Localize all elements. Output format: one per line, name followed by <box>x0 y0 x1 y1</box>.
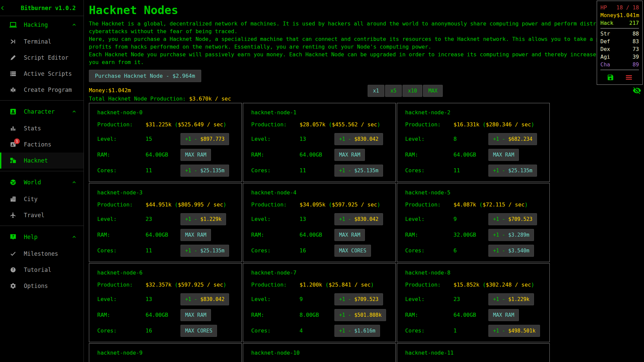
sidebar-header: Bitburner v1.0.2 <box>0 0 84 16</box>
cores-label: Cores: <box>97 167 146 174</box>
sidebar-item-travel[interactable]: Travel <box>0 207 84 223</box>
upgrade-cores-button[interactable]: +1 - $25.135m <box>180 165 229 177</box>
upgrade-level-button[interactable]: +1 - $830.042 <box>334 213 383 225</box>
production-value: $32.357k ($597.925 / sec) <box>146 282 226 288</box>
multiplier-x5-button[interactable]: x5 <box>385 85 402 97</box>
hp-row: HP18 / 18 <box>600 4 639 11</box>
upgrade-ram-button[interactable]: MAX RAM <box>180 229 211 241</box>
overlay-menu-button[interactable] <box>625 75 633 80</box>
sidebar-section-hacking[interactable]: Hacking <box>0 16 84 34</box>
sidebar-item-stats[interactable]: Stats <box>0 120 84 136</box>
ram-value: 64.00GB <box>300 152 334 158</box>
purchase-hacknet-node-button[interactable]: Purchase Hacknet Node - $2.964m <box>89 70 201 82</box>
sidebar-item-label: Factions <box>24 141 51 148</box>
cha-row: Cha89 <box>600 61 639 68</box>
node-production-row: Production: $99.899 ($1.505 / sec) <box>251 358 391 362</box>
node-cores-row: Cores: 11 +1 - $25.135m <box>405 163 545 178</box>
sidebar-item-script-editor[interactable]: Script Editor <box>0 50 84 66</box>
upgrade-ram-button[interactable]: MAX RAM <box>488 309 519 321</box>
def-row: Def83 <box>600 38 639 45</box>
sidebar-item-milestones[interactable]: Milestones <box>0 246 84 262</box>
overlay-divider <box>600 70 639 70</box>
level-label: Level: <box>405 216 453 222</box>
sidebar-item-create-program[interactable]: Create Program <box>0 82 84 98</box>
multiplier-max-button[interactable]: MAX <box>423 85 443 97</box>
collapse-sidebar-button[interactable] <box>0 5 21 11</box>
upgrade-ram-button[interactable]: MAX RAM <box>334 149 365 161</box>
sidebar-section-character[interactable]: Character <box>0 103 84 120</box>
cores-label: Cores: <box>97 247 146 254</box>
upgrade-ram-button[interactable]: +1 - $3.289m <box>488 229 534 241</box>
agi-row: Agi39 <box>600 53 639 61</box>
upgrade-cores-button[interactable]: +1 - $25.135m <box>180 245 229 257</box>
sidebar-item-terminal[interactable]: Terminal <box>0 34 84 50</box>
chevron-up-icon <box>71 180 77 185</box>
ram-label: RAM: <box>97 312 146 318</box>
upgrade-ram-button[interactable]: MAX RAM <box>180 309 211 321</box>
upgrade-cores-button[interactable]: +1 - $3.540m <box>488 245 534 257</box>
production-label: Production: <box>405 282 453 288</box>
upgrade-cores-button[interactable]: +1 - $25.135m <box>488 165 537 177</box>
sidebar-item-options[interactable]: Options <box>0 278 84 294</box>
hp-value: 18 / 18 <box>616 4 639 11</box>
toggle-overlay-visibility-button[interactable] <box>633 86 641 95</box>
sidebar-section-label: Character <box>24 108 55 115</box>
node-production-row: Production: $28.057k ($455.562 / sec) <box>251 118 391 131</box>
save-game-button[interactable] <box>607 74 614 81</box>
cores-label: Cores: <box>97 327 146 334</box>
sidebar-section-world[interactable]: World <box>0 174 84 191</box>
sidebar-item-hacknet[interactable]: Hacknet <box>0 153 84 169</box>
sidebar-item-tutorial[interactable]: ? Tutorial <box>0 262 84 278</box>
money-value: $1.042m <box>108 87 131 94</box>
upgrade-cores-button[interactable]: +1 - $498.501k <box>488 325 540 337</box>
upgrade-cores-button[interactable]: +1 - $1.616m <box>334 325 380 337</box>
level-value: 13 <box>300 216 334 222</box>
sidebar-divider <box>0 171 84 171</box>
sidebar-section-label: World <box>24 179 41 186</box>
upgrade-ram-button[interactable]: +1 - $501.808k <box>334 309 386 321</box>
upgrade-level-button[interactable]: +1 - $1.229k <box>488 293 534 305</box>
multiplier-x1-button[interactable]: x1 <box>368 85 384 97</box>
upgrade-level-button[interactable]: +1 - $897.773 <box>180 133 229 145</box>
money-label: Money <box>600 11 616 19</box>
str-value: 88 <box>633 30 639 38</box>
sidebar-item-active-scripts[interactable]: Active Scripts <box>0 66 84 82</box>
upgrade-ram-button[interactable]: MAX RAM <box>488 149 519 161</box>
level-label: Level: <box>97 136 146 142</box>
level-value: 8 <box>453 136 488 142</box>
node-level-row: Level: 9 +1 - $709.523 <box>251 291 391 307</box>
upgrade-ram-button[interactable]: MAX RAM <box>180 149 211 161</box>
player-money-line: Money:$1.042m <box>89 87 641 94</box>
cha-label: Cha <box>600 61 610 68</box>
upgrade-cores-button[interactable]: MAX CORES <box>180 325 217 337</box>
upgrade-level-button[interactable]: +1 - $709.523 <box>334 293 383 305</box>
ram-value: 32.00GB <box>453 232 488 238</box>
upgrade-level-button[interactable]: +1 - $830.042 <box>180 293 229 305</box>
node-production-row: Production: $99.598 ($1.505 / sec) <box>405 358 545 362</box>
node-production-row: Production: $16.331k ($280.346 / sec) <box>405 118 545 131</box>
sidebar-item-label: Active Scripts <box>24 70 72 77</box>
sidebar-item-city[interactable]: City <box>0 191 84 207</box>
level-value: 15 <box>146 136 180 142</box>
upgrade-level-button[interactable]: +1 - $830.042 <box>334 133 383 145</box>
node-production-row: Production: $1.200k ($25.841 / sec) <box>251 278 391 291</box>
svg-text:?: ? <box>12 234 14 239</box>
node-name: hacknet-node-7 <box>251 267 391 278</box>
production-label: Production: <box>405 121 453 128</box>
node-name: hacknet-node-8 <box>405 267 545 278</box>
node-cores-row: Cores: 6 +1 - $3.540m <box>405 243 545 258</box>
node-ram-row: RAM: 64.00GB MAX RAM <box>251 147 391 163</box>
upgrade-level-button[interactable]: +1 - $682.234 <box>488 133 537 145</box>
total-production-value: $3.670k / sec <box>189 96 231 102</box>
node-level-row: Level: 15 +1 - $897.773 <box>97 131 237 147</box>
question-circle-icon: ? <box>9 266 17 274</box>
upgrade-level-button[interactable]: +1 - $709.523 <box>488 213 537 225</box>
upgrade-cores-button[interactable]: +1 - $25.135m <box>334 165 383 177</box>
upgrade-ram-button[interactable]: MAX RAM <box>334 229 365 241</box>
upgrade-level-button[interactable]: +1 - $1.229k <box>180 213 226 225</box>
level-label: Level: <box>251 296 300 302</box>
upgrade-cores-button[interactable]: MAX CORES <box>334 245 371 257</box>
sidebar-section-help[interactable]: ? Help <box>0 228 84 246</box>
multiplier-x10-button[interactable]: x10 <box>402 85 422 97</box>
sidebar-item-factions[interactable]: 1 Factions <box>0 136 84 153</box>
